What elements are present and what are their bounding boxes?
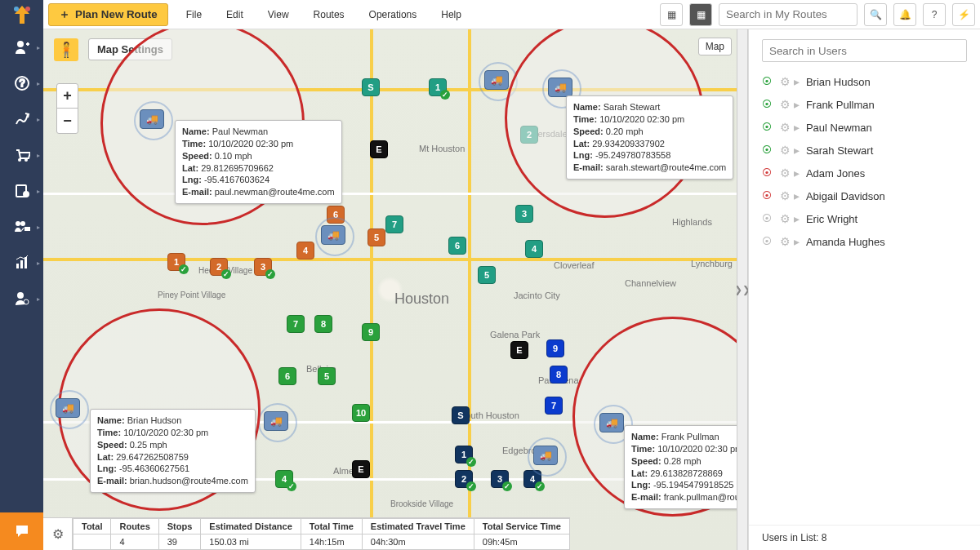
city-label-houston: Houston [394,291,449,308]
streetview-pegman[interactable]: 🧍 [54,38,78,61]
route-marker[interactable]: 9 [546,339,564,357]
user-gear-icon[interactable]: ⚙ ▸ [780,75,800,88]
route-marker[interactable]: 5 [478,266,496,284]
vehicle-marker[interactable]: 🚚 [264,411,288,431]
plan-new-route-button[interactable]: ＋Plan New Route [48,3,168,26]
map-canvas[interactable]: 🧍 Map Settings + − Houston Mt Houston Dy… [43,29,737,550]
user-gear-icon[interactable]: ⚙ ▸ [780,189,800,202]
wifi-icon: ⦿ [762,99,773,110]
user-gear-icon[interactable]: ⚙ ▸ [780,121,800,134]
user-row[interactable]: ⦿⚙ ▸Adam Jones [749,162,980,184]
nav-routes[interactable]: ▸ [0,101,43,137]
route-marker[interactable]: 9 [362,323,380,341]
route-marker[interactable]: 5 [368,228,385,246]
zoom-out-button[interactable]: − [57,109,78,133]
map-type-button[interactable]: Map [698,38,732,55]
route-marker[interactable]: 1✓ [167,253,185,271]
route-marker[interactable]: 8 [550,366,568,384]
summary-travel-time: 04h:30m [362,534,474,550]
vehicle-marker[interactable]: 🚚 [533,446,558,465]
route-marker[interactable]: 3 [515,205,533,223]
nav-chat[interactable] [0,512,43,550]
grid-view-button[interactable]: ▦ [660,3,683,26]
route-marker[interactable]: S [362,78,380,96]
nav-user-settings[interactable]: ▸ [0,281,43,317]
user-gear-icon[interactable]: ⚙ ▸ [780,212,800,225]
user-row[interactable]: ⦿⚙ ▸Amanda Hughes [749,230,980,253]
users-panel: ⦿⚙ ▸Brian Hudson⦿⚙ ▸Frank Pullman⦿⚙ ▸Pau… [748,29,980,550]
user-row[interactable]: ⦿⚙ ▸Eric Wright [749,207,980,230]
zoom-in-button[interactable]: + [57,84,78,109]
route-marker[interactable]: 7 [287,315,305,333]
route-marker[interactable]: 6 [448,237,466,255]
route-marker[interactable]: 8 [314,315,332,333]
user-row[interactable]: ⦿⚙ ▸Sarah Stewart [749,139,980,162]
svg-point-2 [17,41,24,47]
wifi-icon: ⦿ [762,144,773,156]
search-users-input[interactable] [762,39,967,62]
search-button[interactable]: 🔍 [864,3,887,26]
user-row[interactable]: ⦿⚙ ▸Paul Newman [749,116,980,139]
menu-routes[interactable]: Routes [314,9,345,20]
app-logo [0,0,43,29]
user-gear-icon[interactable]: ⚙ ▸ [780,166,800,180]
summary-settings-button[interactable]: ⚙ [43,518,73,550]
menu-operations[interactable]: Operations [369,9,417,20]
nav-orders[interactable]: ▸ [0,137,43,173]
route-marker[interactable]: 3✓ [491,470,509,488]
wifi-icon: ⦿ [762,213,773,224]
notifications-button[interactable]: 🔔 [893,3,916,26]
route-marker[interactable]: 1✓ [429,78,447,96]
svg-text:?: ? [19,78,24,89]
route-marker[interactable]: 7 [545,397,563,415]
menu-help[interactable]: Help [441,9,461,20]
route-marker[interactable]: 7 [385,215,403,233]
menu-edit[interactable]: Edit [226,9,243,20]
route-marker[interactable]: E [370,140,388,158]
user-gear-icon[interactable]: ⚙ ▸ [780,235,800,248]
calendar-button[interactable]: ▦ [689,3,712,26]
svg-point-10 [20,221,25,226]
menu-view[interactable]: View [268,9,289,20]
users-count: Users in List: 8 [749,525,980,550]
wifi-icon: ⦿ [762,167,773,179]
route-marker[interactable]: E [510,341,528,359]
route-marker[interactable]: 4 [525,240,543,258]
user-row[interactable]: ⦿⚙ ▸Frank Pullman [749,93,980,116]
top-toolbar: ＋Plan New Route File Edit View Routes Op… [43,0,980,29]
user-row[interactable]: ⦿⚙ ▸Abigail Davidson [749,184,980,207]
activity-button[interactable]: ⚡ [952,3,975,26]
user-row[interactable]: ⦿⚙ ▸Brian Hudson [749,70,980,93]
menu-bar: File Edit View Routes Operations Help [186,9,461,20]
route-marker[interactable]: S [452,406,470,424]
svg-rect-11 [24,227,30,231]
route-marker[interactable]: 5 [318,367,336,385]
nav-addressbook[interactable]: ▸ [0,173,43,209]
vehicle-marker[interactable]: 🚚 [484,70,509,90]
route-marker[interactable]: 2✓ [210,258,228,276]
route-marker[interactable]: 1✓ [455,446,473,464]
route-marker[interactable]: 4✓ [275,470,293,488]
nav-team[interactable]: ▸ [0,209,43,245]
panel-toggle[interactable]: ❯❯ [737,29,748,550]
route-marker[interactable]: 4 [296,242,314,259]
help-button[interactable]: ? [923,3,946,26]
summary-stops: 39 [158,534,201,550]
user-gear-icon[interactable]: ⚙ ▸ [780,144,800,157]
nav-add-user[interactable]: ▸ [0,29,43,65]
route-marker[interactable]: 6 [278,367,296,385]
nav-help[interactable]: ?▸ [0,65,43,101]
route-marker[interactable]: 2✓ [455,470,473,488]
search-routes-input[interactable] [719,3,858,26]
svg-point-0 [14,7,19,11]
svg-rect-12 [16,264,19,268]
route-marker[interactable]: E [352,460,370,478]
user-gear-icon[interactable]: ⚙ ▸ [780,98,800,111]
menu-file[interactable]: File [186,9,202,20]
route-marker[interactable]: 10 [352,404,370,422]
route-marker[interactable]: 3✓ [254,258,272,276]
svg-point-15 [17,292,24,299]
nav-analytics[interactable]: ▸ [0,245,43,281]
user-name: Adam Jones [806,167,967,180]
vehicle-marker[interactable]: 🚚 [321,225,345,245]
